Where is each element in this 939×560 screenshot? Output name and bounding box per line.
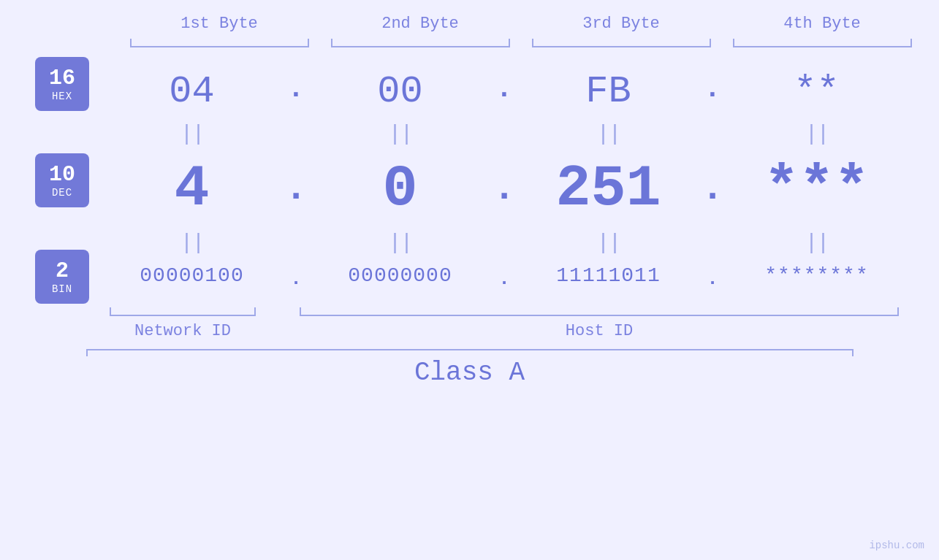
bin-row: 00000100 . 00000000 . 11111011 . *******… [102, 257, 906, 300]
hex-b2: 00 [311, 57, 490, 120]
dec-b4: *** [727, 148, 906, 229]
byte2-header: 2nd Byte [320, 15, 521, 39]
main-container: 1st Byte 2nd Byte 3rd Byte 4th Byte [0, 0, 939, 560]
values-grid: 04 . 00 . FB . ** || || || || 4 . [102, 57, 939, 340]
equals-row-1: || || || || [102, 120, 906, 148]
eq2-b1: || [102, 229, 281, 257]
byte1-header: 1st Byte [119, 15, 320, 39]
bracket-byte2 [331, 39, 510, 53]
hex-b4: ** [727, 57, 906, 120]
byte4-header: 4th Byte [722, 15, 923, 39]
hex-b3: FB [519, 57, 698, 120]
bracket-byte3 [532, 39, 711, 53]
dec-badge: 10 DEC [35, 153, 89, 207]
hex-dot1: . [281, 73, 311, 104]
bin-b4: ******** [727, 257, 906, 300]
badge-column: 16 HEX 10 DEC 2 BIN [0, 57, 102, 340]
bracket-byte1 [130, 39, 309, 53]
dec-dot2: . [490, 167, 519, 210]
hex-b1: 04 [102, 57, 281, 120]
bin-b1: 00000100 [102, 257, 281, 300]
class-section: Class A [0, 349, 939, 388]
bracket-byte4 [733, 39, 912, 53]
dec-b3: 251 [519, 148, 698, 229]
hex-dot2: . [490, 73, 519, 104]
bin-b3: 11111011 [519, 257, 698, 300]
eq1-b2: || [311, 120, 490, 148]
bin-dot1: . [281, 268, 311, 290]
equals-row-2: || || || || [102, 229, 906, 257]
host-id-label: Host ID [292, 322, 906, 340]
bin-dot3: . [698, 268, 727, 290]
eq1-b1: || [102, 120, 281, 148]
eq2-b3: || [519, 229, 698, 257]
hex-dot3: . [698, 73, 727, 104]
bin-badge: 2 BIN [35, 250, 89, 304]
network-id-label: Network ID [102, 322, 263, 340]
hex-badge: 16 HEX [35, 57, 89, 111]
bin-dot2: . [490, 268, 519, 290]
class-bracket [86, 349, 854, 350]
top-brackets [119, 39, 923, 53]
eq2-b2: || [311, 229, 490, 257]
byte3-header: 3rd Byte [521, 15, 722, 39]
dec-dot3: . [698, 167, 727, 210]
bin-b2: 00000000 [311, 257, 490, 300]
dec-row: 4 . 0 . 251 . *** [102, 148, 906, 229]
dec-dot1: . [281, 167, 311, 210]
hex-row: 04 . 00 . FB . ** [102, 57, 906, 120]
eq1-b4: || [727, 120, 906, 148]
dec-b2: 0 [311, 148, 490, 229]
watermark: ipshu.com [869, 540, 924, 551]
eq1-b3: || [519, 120, 698, 148]
dec-b1: 4 [102, 148, 281, 229]
class-label: Class A [414, 358, 525, 388]
byte-headers: 1st Byte 2nd Byte 3rd Byte 4th Byte [119, 15, 923, 39]
eq2-b4: || [727, 229, 906, 257]
